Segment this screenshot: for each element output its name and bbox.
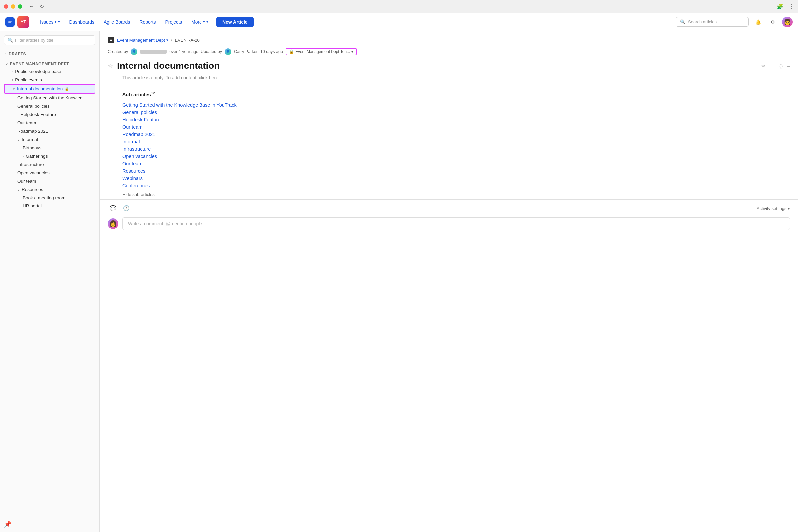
comment-user-avatar: 👩 <box>108 218 118 229</box>
sub-article-our-team[interactable]: Our team <box>122 124 790 131</box>
sidebar-item-roadmap[interactable]: Roadmap 2021 <box>4 127 95 135</box>
internal-docs-lock-icon: 🔒 <box>64 87 69 91</box>
article-empty-hint[interactable]: This article is empty. To add content, c… <box>122 75 220 80</box>
sub-article-our-team-2[interactable]: Our team <box>122 160 790 167</box>
new-article-button[interactable]: New Article <box>216 17 254 27</box>
helpdesk-chevron: › <box>17 113 18 116</box>
sub-article-infrastructure[interactable]: Infrastructure <box>122 145 790 153</box>
sub-article-informal[interactable]: Informal <box>122 138 790 145</box>
sidebar-item-gatherings[interactable]: › Gatherings <box>4 152 95 160</box>
sidebar-item-hr-portal[interactable]: HR portal <box>4 202 95 210</box>
infrastructure-label: Infrastructure <box>17 162 44 167</box>
nav-dashboards[interactable]: Dashboards <box>65 17 98 27</box>
breadcrumb-dropdown-chevron[interactable]: ▾ <box>166 38 168 42</box>
back-icon[interactable]: ← <box>29 3 34 10</box>
sidebar-item-internal-docs[interactable]: ∨ Internal documentation 🔒 <box>4 84 95 94</box>
sidebar: 🔍 Filter articles by title › DRAFTS ∨ EV… <box>0 31 100 532</box>
event-dept-label: EVENT MANAGEMENT DEPT <box>10 61 70 66</box>
sub-article-conferences[interactable]: Conferences <box>122 182 790 189</box>
outline-icon[interactable]: ≡ <box>787 63 790 69</box>
main-content: ■ Event Management Dept ▾ / EVENT-A-20 C… <box>100 31 798 532</box>
extension-icon[interactable]: 🧩 <box>777 3 783 10</box>
our-team-label: Our team <box>17 120 36 125</box>
activity-tab-history[interactable]: 🕐 <box>121 204 132 213</box>
nav-issues[interactable]: Issues ▾ <box>36 17 64 27</box>
getting-started-label: Getting Started with the Knowled... <box>17 95 87 100</box>
sidebar-item-public-kb[interactable]: › Public knowledge base <box>4 68 95 76</box>
settings-icon[interactable]: ⚙ <box>767 17 778 27</box>
sidebar-item-our-team[interactable]: Our team <box>4 119 95 127</box>
sub-article-general-policies[interactable]: General policies <box>122 109 790 116</box>
sidebar-item-general-policies[interactable]: General policies <box>4 102 95 110</box>
maximize-button[interactable] <box>18 4 22 8</box>
menu-icon[interactable]: ⋮ <box>789 3 794 10</box>
article-more-icon[interactable]: ⋯ <box>770 63 775 69</box>
logo[interactable]: ✏ YT <box>5 16 29 28</box>
event-dept-header[interactable]: ∨ EVENT MANAGEMENT DEPT <box>4 60 95 68</box>
informal-chevron: ∨ <box>17 138 20 141</box>
breadcrumb-project-link[interactable]: Event Management Dept ▾ <box>117 38 168 42</box>
drafts-chevron: › <box>5 52 7 56</box>
nav-more[interactable]: More ▾ <box>187 17 212 27</box>
nav-agile-boards[interactable]: Agile Boards <box>100 17 134 27</box>
sidebar-item-getting-started[interactable]: Getting Started with the Knowled... <box>4 94 95 102</box>
sidebar-item-infrastructure[interactable]: Infrastructure <box>4 160 95 169</box>
hide-sub-articles-button[interactable]: Hide sub-articles <box>122 192 790 197</box>
sub-articles-label: Sub-articles <box>122 92 151 97</box>
meta-updated-time: 10 days ago <box>260 49 283 54</box>
user-avatar[interactable]: 👩 <box>782 17 793 27</box>
drafts-header[interactable]: › DRAFTS <box>4 50 95 58</box>
comment-input[interactable]: Write a comment, @mention people <box>122 217 790 230</box>
sub-article-helpdesk[interactable]: Helpdesk Feature <box>122 116 790 124</box>
sub-articles-count: 12 <box>151 91 155 95</box>
search-bar[interactable]: 🔍 Search articles <box>676 17 749 26</box>
internal-docs-chevron: ∨ <box>13 87 15 91</box>
activity-bar: 💬 🕐 Activity settings ▾ <box>100 200 798 215</box>
article-body: This article is empty. To add content, c… <box>100 73 798 86</box>
pin-icon[interactable]: 📌 <box>4 521 11 528</box>
refresh-icon[interactable]: ↻ <box>40 3 44 10</box>
internal-docs-label: Internal documentation <box>17 87 62 92</box>
activity-settings-button[interactable]: Activity settings ▾ <box>757 206 790 211</box>
meta-created-time: over 1 year ago <box>169 49 198 54</box>
sub-article-webinars[interactable]: Webinars <box>122 174 790 182</box>
sidebar-item-our-team-2[interactable]: Our team <box>4 177 95 185</box>
close-button[interactable] <box>4 4 8 8</box>
notifications-icon[interactable]: 🔔 <box>753 17 763 27</box>
book-meeting-label: Book a meeting room <box>23 195 65 200</box>
sidebar-item-open-vacancies[interactable]: Open vacancies <box>4 169 95 177</box>
sidebar-item-book-meeting[interactable]: Book a meeting room <box>4 193 95 202</box>
sidebar-item-public-events[interactable]: › Public events <box>4 76 95 84</box>
activity-tab-comments[interactable]: 💬 <box>108 204 118 213</box>
hr-portal-label: HR portal <box>23 204 41 208</box>
breadcrumb-project-name: Event Management Dept <box>117 38 165 42</box>
edit-title-icon[interactable]: ✏ <box>761 63 766 69</box>
breadcrumb-project-icon: ■ <box>108 37 114 43</box>
star-button[interactable]: ☆ <box>108 62 113 70</box>
meta-team-badge[interactable]: 🔒 Event Management Dept Tea... ▾ <box>286 48 357 55</box>
our-team-2-label: Our team <box>17 178 36 184</box>
sidebar-item-birthdays[interactable]: Birthdays <box>4 144 95 152</box>
sub-article-getting-started[interactable]: Getting Started with the Knowledge Base … <box>122 101 790 109</box>
gatherings-chevron: › <box>23 154 24 158</box>
comment-area: 👩 Write a comment, @mention people <box>100 215 798 235</box>
filter-search-icon: 🔍 <box>8 38 13 42</box>
breadcrumb-article-id: EVENT-A-20 <box>174 38 199 42</box>
sub-article-resources[interactable]: Resources <box>122 167 790 174</box>
minimize-button[interactable] <box>11 4 15 8</box>
event-dept-section: ∨ EVENT MANAGEMENT DEPT › Public knowled… <box>0 59 99 211</box>
helpdesk-label: Helpdesk Feature <box>20 112 56 117</box>
filter-placeholder: Filter articles by title <box>15 38 53 42</box>
nav-projects[interactable]: Projects <box>161 17 186 27</box>
resources-label: Resources <box>22 187 43 192</box>
titlebar: ← ↻ 🧩 ⋮ <box>0 0 798 13</box>
code-view-icon[interactable]: ⟨⟩ <box>779 63 783 69</box>
sub-articles-section: Sub-articles12 Getting Started with the … <box>100 86 798 200</box>
sidebar-item-helpdesk[interactable]: › Helpdesk Feature <box>4 110 95 119</box>
sub-article-open-vacancies[interactable]: Open vacancies <box>122 153 790 160</box>
sidebar-item-informal[interactable]: ∨ Informal <box>4 135 95 144</box>
sidebar-item-resources[interactable]: ∨ Resources <box>4 185 95 193</box>
nav-reports[interactable]: Reports <box>135 17 159 27</box>
sidebar-filter[interactable]: 🔍 Filter articles by title <box>4 35 95 45</box>
sub-article-roadmap[interactable]: Roadmap 2021 <box>122 131 790 138</box>
